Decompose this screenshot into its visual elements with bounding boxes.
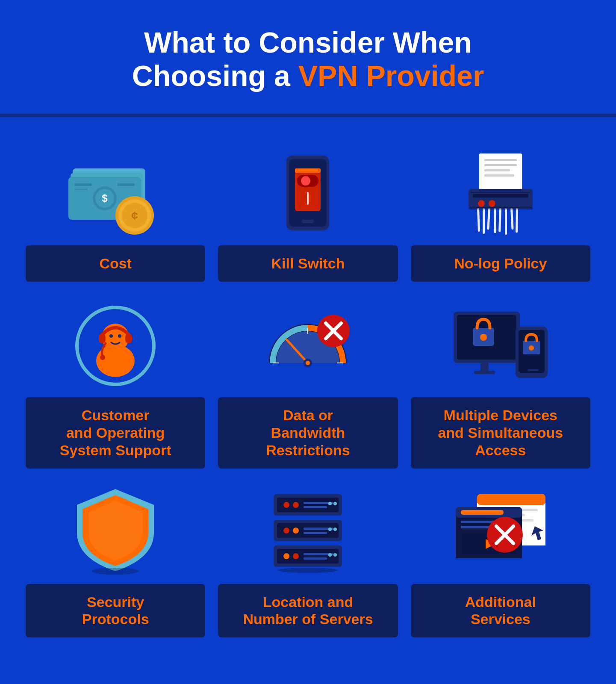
icon-customer-support xyxy=(26,295,205,389)
cards-grid: $ ¢ Cost xyxy=(26,143,590,637)
label-multiple-devices: Multiple Devicesand SimultaneousAccess xyxy=(411,397,590,468)
label-location-servers: Location andNumber of Servers xyxy=(218,584,398,638)
svg-rect-43 xyxy=(99,334,106,343)
svg-rect-38 xyxy=(471,192,531,193)
svg-rect-27 xyxy=(473,194,528,198)
svg-point-68 xyxy=(92,568,139,575)
svg-rect-33 xyxy=(494,208,496,233)
svg-point-84 xyxy=(333,528,337,531)
label-additional-services: AdditionalServices xyxy=(411,584,590,638)
main-title: What to Consider When Choosing a VPN Pro… xyxy=(17,26,599,92)
svg-rect-44 xyxy=(125,334,132,343)
label-data-bandwidth-text: Data orBandwidthRestrictions xyxy=(227,407,389,459)
svg-point-29 xyxy=(489,200,495,207)
icon-no-log xyxy=(411,143,590,237)
card-cost: $ ¢ Cost xyxy=(26,143,205,282)
svg-rect-67 xyxy=(528,369,539,371)
svg-point-45 xyxy=(100,355,105,360)
svg-point-47 xyxy=(118,334,121,338)
label-location-servers-text: Location andNumber of Servers xyxy=(227,593,389,628)
svg-point-80 xyxy=(293,528,299,534)
icon-kill-switch xyxy=(218,143,398,237)
header: What to Consider When Choosing a VPN Pro… xyxy=(0,0,616,114)
divider xyxy=(0,114,616,117)
svg-rect-19 xyxy=(295,168,321,173)
svg-rect-30 xyxy=(477,208,480,232)
svg-rect-61 xyxy=(480,363,489,371)
svg-rect-90 xyxy=(304,557,327,560)
title-line2: Choosing a VPN Provider xyxy=(132,59,484,92)
card-additional-services: AdditionalServices xyxy=(411,481,590,638)
label-kill-switch-text: Kill Switch xyxy=(227,255,389,272)
svg-rect-4 xyxy=(75,189,88,190)
svg-point-79 xyxy=(283,528,289,534)
label-multiple-devices-text: Multiple Devicesand SimultaneousAccess xyxy=(419,407,582,459)
svg-rect-39 xyxy=(469,207,533,209)
svg-point-88 xyxy=(293,553,299,559)
label-no-log: No-log Policy xyxy=(411,245,590,282)
svg-rect-62 xyxy=(474,371,495,374)
svg-rect-23 xyxy=(484,164,517,166)
label-customer-support: Customerand OperatingSystem Support xyxy=(26,397,205,468)
icon-cost: $ ¢ xyxy=(26,143,205,237)
label-additional-services-text: AdditionalServices xyxy=(419,593,582,628)
svg-rect-74 xyxy=(304,506,327,508)
svg-rect-22 xyxy=(484,159,517,161)
svg-rect-20 xyxy=(301,220,314,223)
card-customer-support: Customerand OperatingSystem Support xyxy=(26,295,205,468)
svg-point-87 xyxy=(283,553,289,559)
label-customer-support-text: Customerand OperatingSystem Support xyxy=(34,407,197,459)
label-kill-switch: Kill Switch xyxy=(218,245,398,282)
label-no-log-text: No-log Policy xyxy=(419,255,582,272)
main-content: $ ¢ Cost xyxy=(0,117,616,667)
card-kill-switch: Kill Switch xyxy=(218,143,398,282)
icon-security-protocols xyxy=(26,481,205,575)
icon-additional-services xyxy=(411,481,590,575)
icon-multiple-devices xyxy=(411,295,590,389)
svg-rect-21 xyxy=(479,153,522,190)
card-security-protocols: SecurityProtocols xyxy=(26,481,205,638)
label-cost: Cost xyxy=(26,245,205,282)
card-data-bandwidth: Data orBandwidthRestrictions xyxy=(218,295,398,468)
svg-point-83 xyxy=(328,528,332,531)
svg-rect-32 xyxy=(487,208,490,230)
svg-rect-97 xyxy=(477,494,545,505)
svg-rect-37 xyxy=(516,208,518,233)
svg-rect-5 xyxy=(118,183,135,186)
svg-point-46 xyxy=(109,334,113,338)
svg-text:¢: ¢ xyxy=(131,209,138,222)
label-security-protocols-text: SecurityProtocols xyxy=(34,593,197,628)
title-line1: What to Consider When xyxy=(144,26,472,59)
svg-rect-25 xyxy=(484,174,514,177)
svg-point-76 xyxy=(333,502,337,505)
svg-rect-24 xyxy=(484,169,510,171)
icon-data-bandwidth xyxy=(218,295,398,389)
label-cost-text: Cost xyxy=(34,255,197,272)
svg-point-50 xyxy=(306,361,310,365)
svg-point-72 xyxy=(293,502,299,508)
svg-point-17 xyxy=(301,176,310,186)
svg-point-93 xyxy=(278,568,338,573)
svg-rect-105 xyxy=(461,510,504,515)
svg-rect-26 xyxy=(469,189,533,208)
svg-point-92 xyxy=(333,553,337,557)
card-multiple-devices: Multiple Devicesand SimultaneousAccess xyxy=(411,295,590,468)
svg-rect-18 xyxy=(307,192,309,205)
title-highlight: VPN Provider xyxy=(298,59,484,92)
svg-point-71 xyxy=(283,502,289,508)
card-no-log: No-log Policy xyxy=(411,143,590,282)
svg-point-60 xyxy=(480,334,487,341)
svg-rect-31 xyxy=(483,208,485,234)
label-security-protocols: SecurityProtocols xyxy=(26,584,205,638)
svg-point-66 xyxy=(529,345,534,351)
svg-rect-34 xyxy=(498,208,501,232)
svg-rect-36 xyxy=(510,208,514,230)
icon-location-servers xyxy=(218,481,398,575)
svg-text:$: $ xyxy=(102,192,108,204)
svg-point-91 xyxy=(328,553,332,557)
svg-rect-35 xyxy=(505,208,507,235)
svg-point-28 xyxy=(478,200,485,207)
label-data-bandwidth: Data orBandwidthRestrictions xyxy=(218,397,398,468)
svg-rect-82 xyxy=(304,532,327,534)
svg-rect-3 xyxy=(75,183,92,186)
